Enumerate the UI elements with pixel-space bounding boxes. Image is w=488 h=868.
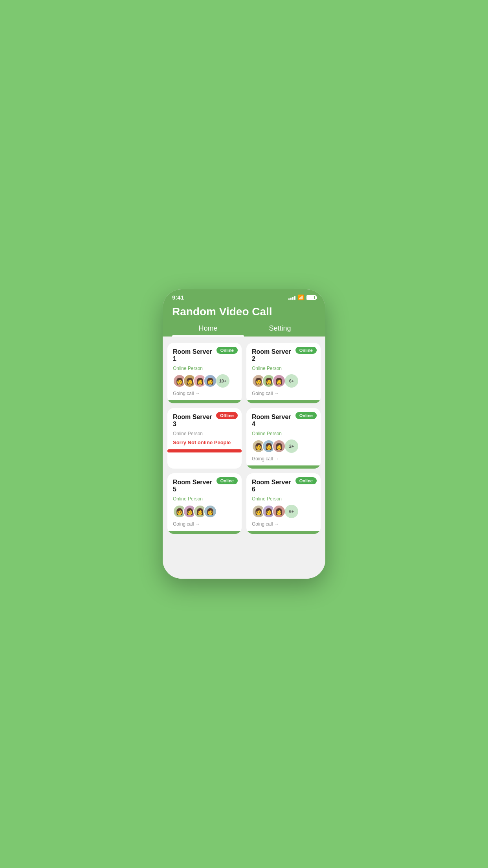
avatar: 👩 [272, 505, 286, 518]
avatars-row-6: 👩 👩 👩 6+ [252, 505, 315, 518]
avatar: 👩 [204, 374, 217, 388]
status-badge-4: Online [295, 412, 317, 419]
status-badge-1: Online [216, 347, 238, 354]
status-badge-3: Offline [216, 412, 238, 419]
card-bar-1 [167, 400, 242, 403]
tab-home[interactable]: Home [172, 324, 244, 337]
avatars-row-1: 👩 👩 👩 👩 10+ [173, 374, 236, 388]
online-label-3: Online Person [173, 431, 236, 436]
sorry-text-3: Sorry Not online People [173, 440, 236, 445]
card-bar-3 [167, 449, 242, 452]
online-label-5: Online Person [173, 496, 236, 502]
server-card-2[interactable]: Online Room Server 2 Online Person 👩 👩 👩… [246, 343, 321, 403]
online-label-2: Online Person [252, 366, 315, 371]
server-card-3[interactable]: Offline Room Server 3 Online Person Sorr… [167, 408, 242, 469]
avatar: 👩 [272, 440, 286, 453]
server-card-5[interactable]: Online Room Server 5 Online Person 👩 👩 👩… [167, 473, 242, 534]
status-bar: 9:41 📶 [163, 289, 325, 302]
going-call-2[interactable]: Going call → [252, 391, 315, 396]
phone-frame: 9:41 📶 Random Video Call Home Setting [163, 289, 325, 579]
header: Random Video Call Home Setting [163, 302, 325, 337]
battery-icon [306, 295, 316, 300]
server-card-1[interactable]: Online Room Server 1 Online Person 👩 👩 👩… [167, 343, 242, 403]
status-badge-6: Online [295, 477, 317, 484]
status-badge-2: Online [295, 347, 317, 354]
signal-icon [288, 295, 295, 300]
avatars-row-2: 👩 👩 👩 6+ [252, 374, 315, 388]
going-call-6[interactable]: Going call → [252, 521, 315, 527]
avatar-count-4: 2+ [285, 440, 298, 453]
going-call-5[interactable]: Going call → [173, 521, 236, 527]
card-bar-2 [246, 400, 321, 403]
avatar-count-2: 6+ [285, 374, 298, 388]
wifi-icon: 📶 [298, 294, 304, 300]
tab-setting[interactable]: Setting [244, 324, 316, 337]
status-badge-5: Online [216, 477, 238, 484]
server-grid: Online Room Server 1 Online Person 👩 👩 👩… [167, 343, 321, 534]
card-bar-5 [167, 531, 242, 534]
online-label-6: Online Person [252, 496, 315, 502]
avatar-count-1: 10+ [216, 374, 229, 388]
server-card-4[interactable]: Online Room Server 4 Online Person 👩 👩 👩… [246, 408, 321, 469]
going-call-4[interactable]: Going call → [252, 456, 315, 462]
avatars-row-5: 👩 👩 👩 👩 [173, 505, 236, 518]
server-card-6[interactable]: Online Room Server 6 Online Person 👩 👩 👩… [246, 473, 321, 534]
online-label-1: Online Person [173, 366, 236, 371]
avatar-count-6: 6+ [285, 505, 298, 518]
status-icons: 📶 [288, 294, 316, 300]
clock: 9:41 [172, 294, 184, 301]
card-bar-6 [246, 531, 321, 534]
online-label-4: Online Person [252, 431, 315, 436]
app-title: Random Video Call [172, 305, 316, 318]
tab-bar: Home Setting [172, 324, 316, 337]
avatar: 👩 [272, 374, 286, 388]
avatar: 👩 [204, 505, 217, 518]
avatars-row-4: 👩 👩 👩 2+ [252, 440, 315, 453]
going-call-1[interactable]: Going call → [173, 391, 236, 396]
main-content: Online Room Server 1 Online Person 👩 👩 👩… [163, 337, 325, 579]
card-bar-4 [246, 465, 321, 469]
